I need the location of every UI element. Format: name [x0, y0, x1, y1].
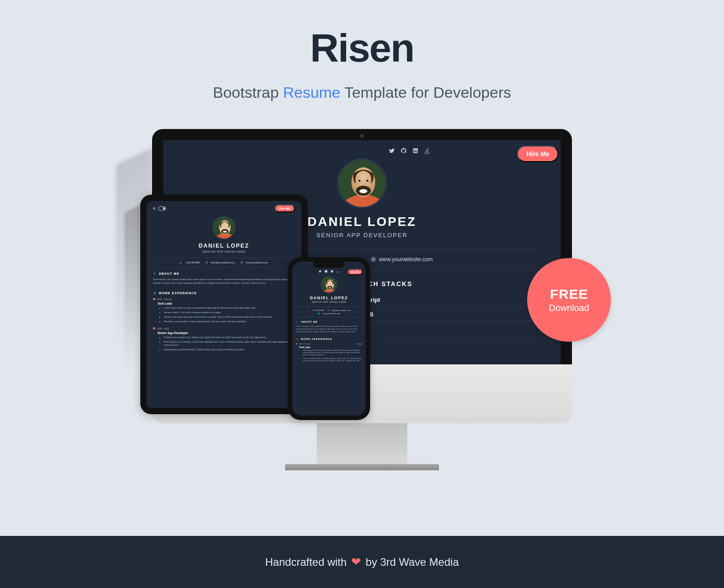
svg-point-14	[223, 231, 227, 233]
github-icon	[324, 270, 328, 273]
resume-name: DANIEL LOPEZ	[153, 243, 295, 249]
footer: Handcrafted with ❤ by 3rd Wave Media	[0, 536, 724, 588]
phone-notch-icon	[313, 262, 345, 268]
twitter-icon[interactable]	[389, 148, 395, 154]
menu-icon[interactable]: ≡	[153, 206, 156, 211]
svg-rect-15	[206, 262, 208, 263]
hire-button[interactable]: Hire Me	[275, 205, 295, 212]
svg-point-19	[325, 270, 328, 273]
badge-subtitle: Download	[549, 303, 589, 313]
globe-icon	[371, 257, 376, 262]
tablet-mockup: ≡ Hire Me DANIEL LOPEZ SENIOR APP DEVELO…	[140, 195, 308, 414]
badge-title: FREE	[550, 287, 588, 302]
stack-item: Python	[350, 322, 536, 336]
heart-icon: ❤	[351, 555, 361, 569]
website-contact[interactable]: www.yourwebsite.com	[371, 256, 433, 263]
avatar	[337, 158, 387, 208]
avatar	[320, 276, 338, 293]
phone-preview: Hire Me DANIEL LOPEZ SENIOR APP DEVELOPE…	[292, 262, 366, 416]
linkedin-icon	[330, 270, 333, 273]
hire-button[interactable]: Hire Me	[517, 146, 558, 162]
svg-rect-27	[296, 339, 298, 340]
svg-point-4	[359, 189, 367, 193]
hire-button[interactable]: Hire Me	[348, 269, 363, 275]
avatar	[212, 216, 236, 239]
github-icon[interactable]	[400, 148, 407, 154]
svg-rect-18	[153, 292, 156, 294]
hero-title: Risen	[0, 25, 724, 71]
camera-icon	[360, 134, 364, 138]
svg-point-26	[297, 321, 298, 322]
svg-rect-20	[331, 270, 333, 272]
resume-role: SENIOR APP DEVELOPER	[296, 301, 362, 303]
tablet-preview: ≡ Hire Me DANIEL LOPEZ SENIOR APP DEVELO…	[147, 201, 301, 408]
stackoverflow-icon[interactable]	[424, 148, 430, 154]
stackoverflow-icon	[336, 270, 339, 273]
twitter-icon	[319, 270, 322, 273]
hero-subtitle: Bootstrap Resume Template for Developers	[0, 84, 724, 101]
free-download-badge[interactable]: FREE Download	[527, 258, 611, 342]
svg-point-17	[154, 272, 155, 273]
stack-item: ReactJS	[350, 307, 536, 322]
phone-mockup: Hire Me DANIEL LOPEZ SENIOR APP DEVELOPE…	[288, 257, 370, 420]
toggle-icon[interactable]	[158, 206, 166, 210]
resume-role: SENIOR APP DEVELOPER	[153, 250, 295, 253]
stack-item: JavaScript	[350, 293, 536, 307]
svg-point-6	[367, 180, 368, 182]
resume-name: DANIEL LOPEZ	[296, 296, 362, 300]
svg-point-25	[329, 287, 331, 288]
svg-point-5	[358, 180, 360, 182]
social-row	[269, 148, 550, 154]
linkedin-icon[interactable]	[412, 148, 419, 154]
